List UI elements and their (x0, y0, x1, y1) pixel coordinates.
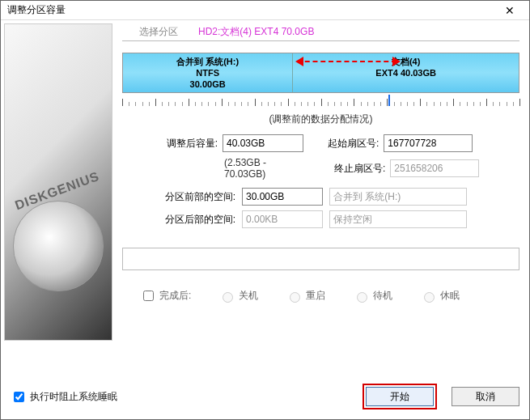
space-before-label: 分区前部的空间: (155, 190, 235, 204)
left-illustration-pane: DISKGENIUS (1, 20, 116, 419)
after-done-row: 完成后: 关机 重启 待机 休眠 (122, 288, 519, 303)
start-button-highlight: 开始 (363, 384, 437, 409)
end-sector-label: 终止扇区号: (334, 162, 385, 176)
hdd-illustration: DISKGENIUS (4, 23, 112, 341)
form-grid: 调整后容量: 起始扇区号: (2.53GB - 70.03GB) 终止扇区号: (122, 134, 519, 233)
section-title: (调整前的数据分配情况) (122, 112, 519, 126)
close-icon[interactable]: ✕ (494, 4, 526, 17)
space-before-target[interactable] (329, 188, 467, 206)
space-before-input[interactable] (242, 188, 323, 206)
prevent-sleep-label: 执行时阻止系统睡眠 (30, 390, 117, 404)
after-done-label: 完成后: (159, 289, 191, 303)
start-sector-input[interactable] (384, 134, 473, 152)
start-button[interactable]: 开始 (366, 387, 434, 406)
partition-left-fs: NTFS (123, 67, 292, 78)
main-pane: 选择分区 HD2:文档(4) EXT4 70.0GB 合并到 系统(H:) NT… (116, 20, 529, 419)
start-sector-label: 起始扇区号: (328, 137, 379, 151)
tab-active-partition[interactable]: HD2:文档(4) EXT4 70.0GB (195, 25, 519, 39)
end-sector-input (390, 159, 479, 177)
after-done-check-input[interactable] (143, 291, 154, 301)
prevent-sleep-checkbox[interactable]: 执行时阻止系统睡眠 (11, 389, 117, 405)
resize-partition-dialog: 调整分区容量 ✕ DISKGENIUS 选择分区 HD2:文档(4) EXT4 … (0, 0, 530, 420)
bottom-row: 执行时阻止系统睡眠 开始 取消 (11, 384, 519, 409)
message-box (122, 248, 519, 270)
ruler (122, 95, 519, 109)
partition-left-title: 合并到 系统(H:) (123, 56, 292, 67)
tab-select-partition[interactable]: 选择分区 (122, 25, 195, 39)
space-after-target[interactable] (329, 210, 467, 228)
window-title: 调整分区容量 (7, 3, 66, 17)
cancel-button[interactable]: 取消 (452, 387, 519, 406)
ruler-marker-icon (388, 95, 390, 106)
opt-hibernate[interactable]: 休眠 (420, 289, 460, 303)
partition-block-current[interactable]: 文档(4) EXT4 40.03GB (293, 53, 519, 92)
opt-shutdown[interactable]: 关机 (218, 289, 258, 303)
partition-block-merge-target[interactable]: 合并到 系统(H:) NTFS 30.00GB (123, 53, 293, 92)
prevent-sleep-input[interactable] (14, 392, 24, 402)
opt-restart[interactable]: 重启 (286, 289, 325, 303)
tab-bar: 选择分区 HD2:文档(4) EXT4 70.0GB (122, 23, 519, 41)
titlebar: 调整分区容量 ✕ (1, 1, 529, 20)
partition-left-size: 30.00GB (123, 78, 292, 90)
space-after-input (242, 210, 323, 228)
brand-text: DISKGENIUS (13, 169, 101, 213)
partition-bar[interactable]: 合并到 系统(H:) NTFS 30.00GB 文档(4) EXT4 40.03… (122, 53, 519, 93)
partition-right-fs-size: EXT4 40.03GB (293, 67, 519, 78)
after-done-checkbox[interactable]: 完成后: (140, 288, 191, 303)
size-range-hint: (2.53GB - 70.03GB) (224, 157, 310, 180)
after-size-input[interactable] (223, 134, 303, 152)
partition-right-title: 文档(4) (293, 56, 519, 67)
after-size-label: 调整后容量: (155, 137, 218, 151)
space-after-label: 分区后部的空间: (155, 213, 235, 227)
opt-standby[interactable]: 待机 (353, 289, 392, 303)
